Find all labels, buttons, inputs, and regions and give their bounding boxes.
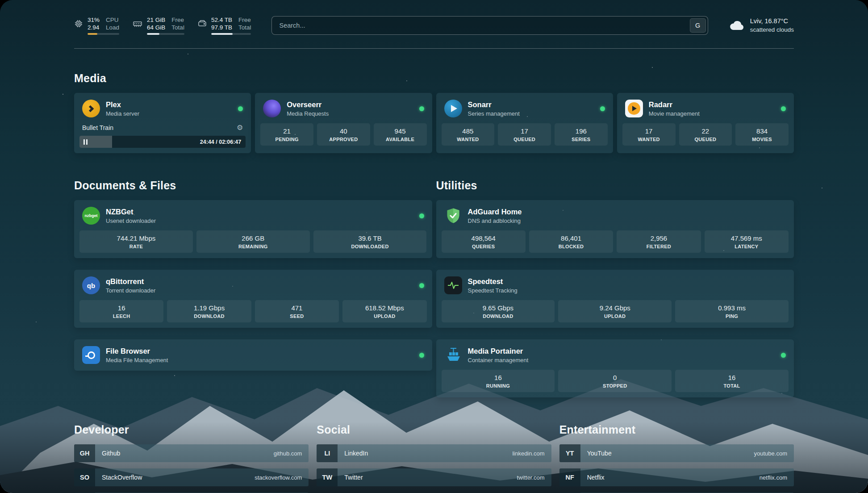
radarr-icon (625, 100, 643, 117)
bookmark-url: github.com (274, 450, 302, 457)
pause-icon[interactable] (83, 139, 88, 145)
section-title-social: Social (317, 423, 551, 436)
cpu-widget: 31% 2.94 CPU Load (74, 17, 119, 35)
plex-icon (82, 100, 100, 117)
app-description: Media Requests (287, 110, 413, 117)
filebrowser-icon (82, 346, 100, 364)
stat-wanted: 17WANTED (622, 123, 676, 146)
adguard-icon (444, 207, 462, 225)
app-name: AdGuard Home (468, 208, 786, 216)
system-stats: 31% 2.94 CPU Load (74, 17, 251, 35)
stat-upload: 618.52 MbpsUPLOAD (342, 300, 426, 322)
top-bar: 31% 2.94 CPU Load (74, 16, 794, 35)
app-name: File Browser (106, 347, 413, 355)
bookmark-youtube[interactable]: YT YouTube youtube.com (559, 444, 794, 462)
overseerr-icon (263, 100, 281, 117)
app-card-sonarr[interactable]: Sonarr Series management 485WANTED 17QUE… (436, 93, 613, 153)
stat-upload: 9.24 GbpsUPLOAD (558, 300, 672, 322)
cloud-icon (729, 19, 745, 32)
app-card-portainer[interactable]: Media Portainer Container management 16R… (436, 339, 794, 397)
bookmark-url: twitter.com (517, 474, 545, 481)
bookmark-url: netflix.com (760, 474, 787, 481)
dashboard-screen: 31% 2.94 CPU Load (0, 0, 868, 493)
app-card-nzbget[interactable]: nzbget NZBGet Usenet downloader 744.21 M… (74, 200, 432, 258)
section-title-developer: Developer (74, 423, 309, 436)
weather-widget: Lviv, 16.87°C scattered clouds (729, 17, 794, 34)
media-grid: Plex Media server Bullet Train ⚙ 24:44 /… (74, 93, 794, 153)
search-engine-button[interactable]: G (690, 18, 706, 33)
app-description: Media File Management (106, 357, 413, 363)
app-card-overseerr[interactable]: Overseerr Media Requests 21PENDING 40APP… (255, 93, 432, 153)
bookmark-name: Twitter (344, 474, 363, 481)
stat-movies: 834MOVIES (735, 123, 789, 146)
section-title-entertainment: Entertainment (559, 423, 794, 436)
bookmark-abbr: YT (559, 444, 580, 462)
bookmark-name: StackOverflow (102, 474, 142, 481)
stat-queries: 498,564QUERIES (442, 230, 526, 253)
bookmark-stackoverflow[interactable]: SO StackOverflow stackoverflow.com (74, 468, 309, 486)
bookmark-group-developer: Developer GH Github github.com SO StackO… (74, 423, 309, 493)
disk-icon (198, 19, 207, 28)
bookmark-github[interactable]: GH Github github.com (74, 444, 309, 462)
stat-queued: 22QUEUED (679, 123, 732, 146)
stat-queued: 17QUEUED (498, 123, 551, 146)
cpu-label-2: Load (106, 24, 119, 31)
stat-stopped: 0STOPPED (558, 370, 672, 392)
stat-approved: 40APPROVED (317, 123, 370, 146)
stat-leech: 16LEECH (79, 300, 163, 322)
stat-wanted: 485WANTED (442, 123, 495, 146)
cpu-label-1: CPU (106, 17, 119, 23)
memory-widget: 21 GiB 64 GiB Free Total (133, 17, 184, 35)
status-online-dot (419, 283, 424, 288)
bookmark-abbr: LI (317, 444, 338, 462)
app-card-adguard[interactable]: AdGuard Home DNS and adblocking 498,564Q… (436, 200, 794, 258)
status-online-dot (781, 353, 786, 358)
qbittorrent-icon: qb (82, 276, 100, 294)
app-name: Speedtest (468, 277, 786, 286)
app-name: qBittorrent (106, 277, 413, 286)
app-name: Overseerr (287, 100, 413, 109)
bookmark-linkedin[interactable]: LI LinkedIn linkedin.com (317, 444, 551, 462)
search-bar: G (271, 16, 708, 35)
ram-total: 64 GiB (147, 24, 165, 31)
stat-series: 196SERIES (555, 123, 608, 146)
app-card-plex[interactable]: Plex Media server Bullet Train ⚙ 24:44 /… (74, 93, 251, 153)
app-card-speedtest[interactable]: Speedtest Speedtest Tracking 9.65 GbpsDO… (436, 270, 794, 328)
stat-seed: 471SEED (255, 300, 339, 322)
settings-gear-icon[interactable]: ⚙ (237, 123, 243, 132)
bookmark-netflix[interactable]: NF Netflix netflix.com (559, 468, 794, 486)
ram-label-2: Total (171, 24, 184, 31)
app-card-filebrowser[interactable]: File Browser Media File Management (74, 339, 432, 371)
stat-latency: 47.569 msLATENCY (705, 230, 789, 253)
bookmark-abbr: GH (74, 444, 95, 462)
section-title-utilities: Utilities (436, 179, 794, 192)
disk-widget: 52.4 TB 97.9 TB Free Total (198, 17, 251, 35)
bookmark-group-social: Social LI LinkedIn linkedin.com TW Twitt… (317, 423, 551, 493)
bookmark-abbr: SO (74, 468, 95, 486)
disk-progress-bar (211, 33, 251, 35)
cpu-icon (74, 19, 83, 28)
sonarr-icon (444, 100, 462, 117)
bookmark-abbr: TW (317, 468, 338, 486)
disk-label-1: Free (238, 17, 251, 23)
app-description: Speedtest Tracking (468, 287, 786, 294)
plex-playback-time: 24:44 / 02:06:47 (200, 139, 246, 145)
stat-ping: 0.993 msPING (675, 300, 789, 322)
bookmark-url: youtube.com (754, 450, 787, 457)
status-online-dot (419, 106, 424, 111)
stat-download: 1.19 GbpsDOWNLOAD (167, 300, 251, 322)
bookmark-twitter[interactable]: TW Twitter twitter.com (317, 468, 551, 486)
stat-remaining: 266 GBREMAINING (196, 230, 310, 253)
plex-playback-bar[interactable]: 24:44 / 02:06:47 (79, 136, 246, 148)
disk-label-2: Total (238, 24, 251, 31)
app-card-qbittorrent[interactable]: qb qBittorrent Torrent downloader 16LEEC… (74, 270, 432, 328)
stat-rate: 744.21 MbpsRATE (79, 230, 193, 253)
speedtest-icon (444, 276, 462, 294)
app-card-radarr[interactable]: Radarr Movie management 17WANTED 22QUEUE… (617, 93, 794, 153)
app-name: Plex (106, 100, 232, 109)
stat-filtered: 2,956FILTERED (617, 230, 701, 253)
search-input[interactable] (271, 16, 708, 35)
status-online-dot (419, 353, 424, 358)
bookmark-url: linkedin.com (512, 450, 544, 457)
disk-free: 52.4 TB (211, 17, 232, 23)
